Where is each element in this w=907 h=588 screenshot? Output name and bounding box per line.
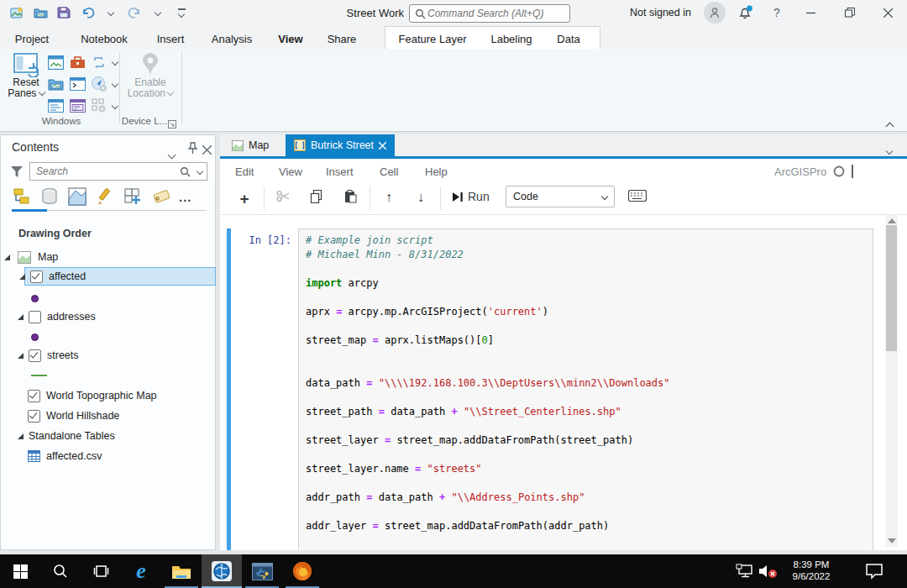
tree-row-map[interactable]: Map <box>4 249 214 265</box>
filter-icon[interactable] <box>10 165 24 181</box>
ribbon-tab-analysis[interactable]: Analysis <box>208 29 255 49</box>
tree-row-streets-symbol[interactable] <box>31 367 47 384</box>
ribbon-tab-notebook[interactable]: Notebook <box>76 29 133 49</box>
topo-visibility-checkbox[interactable] <box>28 390 40 402</box>
add-cell-button[interactable]: + <box>233 190 255 208</box>
copy-cells-button[interactable] <box>306 190 328 203</box>
minimize-button[interactable] <box>796 1 825 24</box>
close-tab-icon[interactable] <box>379 142 386 150</box>
expander-icon[interactable] <box>18 353 24 359</box>
hillshade-visibility-checkbox[interactable] <box>28 410 40 423</box>
view-snapping-icon[interactable] <box>123 187 142 206</box>
menu-cell[interactable]: Cell <box>380 165 398 178</box>
tab-list-chevron-icon[interactable] <box>887 142 892 157</box>
pin-icon[interactable] <box>187 142 198 158</box>
menu-view[interactable]: View <box>279 165 302 178</box>
scroll-down-arrow[interactable] <box>888 538 896 543</box>
command-search-box[interactable] <box>409 4 570 23</box>
close-pane-icon[interactable] <box>202 143 212 158</box>
contents-search-input[interactable] <box>34 165 180 178</box>
customize-quick-access-icon[interactable] <box>171 3 191 22</box>
ribbon-tab-data[interactable]: Data <box>553 29 584 49</box>
view-selection-icon[interactable] <box>68 187 87 206</box>
dialog-launcher-icon[interactable] <box>168 117 176 132</box>
tab-butrick-street[interactable]: Butrick Street <box>286 134 395 156</box>
expander-icon[interactable] <box>18 314 24 320</box>
command-search-input[interactable] <box>426 7 555 20</box>
expander-icon[interactable] <box>18 433 24 439</box>
save-icon[interactable] <box>54 3 74 22</box>
tab-map[interactable]: Map <box>223 134 277 156</box>
catalog-pane-icon[interactable] <box>47 76 64 92</box>
ribbon-tab-insert[interactable]: Insert <box>151 29 190 49</box>
run-button[interactable]: Run <box>452 190 490 203</box>
tree-row-standalone-tables[interactable]: Standalone Tables <box>18 428 211 444</box>
geoprocessing-toolbox-icon[interactable] <box>69 54 86 71</box>
avatar[interactable] <box>704 2 726 24</box>
keyboard-shortcuts-button[interactable] <box>625 190 650 202</box>
collapse-ribbon-icon[interactable] <box>887 118 893 133</box>
help-button[interactable]: ? <box>763 1 791 24</box>
arcgis-pro-button[interactable] <box>202 554 242 588</box>
dropdown-icon[interactable] <box>112 102 118 109</box>
ribbon-tab-labeling[interactable]: Labeling <box>488 29 535 49</box>
undo-button[interactable] <box>77 3 97 22</box>
ribbon-tab-share[interactable]: Share <box>324 29 359 49</box>
redo-dropdown-icon[interactable] <box>148 3 168 22</box>
tree-row-addresses-symbol[interactable] <box>31 328 39 345</box>
view-drawing-order-icon[interactable] <box>13 187 31 206</box>
scroll-up-arrow[interactable] <box>888 218 896 223</box>
move-cell-down-button[interactable]: ↓ <box>410 190 432 205</box>
menu-help[interactable]: Help <box>425 165 448 178</box>
expander-icon[interactable] <box>4 255 10 260</box>
streets-visibility-checkbox[interactable] <box>29 349 41 362</box>
restore-button[interactable] <box>836 1 864 24</box>
clock[interactable]: 8:39 PM 9/6/2022 <box>781 559 841 582</box>
report-view-icon[interactable] <box>69 97 86 114</box>
redo-button[interactable] <box>124 3 144 22</box>
tree-row-affected-symbol[interactable] <box>31 290 39 307</box>
cell-type-select[interactable]: Code <box>506 186 615 207</box>
taskbar-search-button[interactable] <box>40 554 81 588</box>
fields-view-icon[interactable] <box>47 97 64 114</box>
more-views-button[interactable]: ... <box>179 190 192 204</box>
dropdown-icon[interactable] <box>112 59 118 66</box>
ribbon-tab-view[interactable]: View <box>274 29 307 51</box>
search-options-icon[interactable] <box>197 168 203 175</box>
firefox-button[interactable] <box>282 554 322 588</box>
code-cell[interactable]: In [2]: # Example join script# Michael M… <box>227 228 873 550</box>
pane-menu-chevron-icon[interactable] <box>169 146 175 161</box>
addresses-visibility-checkbox[interactable] <box>29 311 41 323</box>
new-project-icon[interactable] <box>7 3 27 22</box>
scrollbar-thumb[interactable] <box>886 225 897 351</box>
close-button[interactable] <box>873 1 902 24</box>
layouts-icon[interactable] <box>91 97 107 114</box>
link-views-icon[interactable] <box>91 54 107 71</box>
menu-edit[interactable]: Edit <box>235 165 254 178</box>
python-idle-button[interactable] <box>242 554 282 588</box>
contents-pane-window-icon[interactable] <box>47 54 64 71</box>
network-tray-icon[interactable] <box>736 564 754 582</box>
task-view-button[interactable] <box>81 554 121 588</box>
vertical-scrollbar[interactable] <box>885 215 898 547</box>
ribbon-tab-project[interactable]: Project <box>8 29 55 49</box>
notifications-button[interactable] <box>737 5 754 24</box>
tasks-icon[interactable] <box>91 76 107 92</box>
python-window-icon[interactable] <box>69 76 86 92</box>
tree-row-world-hillshade[interactable]: World Hillshade <box>28 407 212 424</box>
ribbon-tab-feature-layer[interactable]: Feature Layer <box>397 29 468 49</box>
file-explorer-button[interactable] <box>161 554 202 588</box>
expander-icon[interactable] <box>19 274 25 280</box>
view-editing-icon[interactable] <box>96 187 114 206</box>
affected-visibility-checkbox[interactable] <box>30 270 43 283</box>
reset-panes-button[interactable]: ResetPanes <box>5 52 47 99</box>
move-cell-up-button[interactable]: ↑ <box>378 190 400 205</box>
enable-location-button[interactable]: EnableLocation <box>124 52 176 99</box>
volume-muted-tray-icon[interactable] <box>758 564 779 582</box>
cut-cell-button[interactable] <box>272 190 294 202</box>
code-input[interactable]: # Example join script# Michael Minn - 8/… <box>298 228 873 550</box>
tree-row-addresses[interactable]: addresses <box>18 308 211 325</box>
open-project-icon[interactable] <box>30 3 50 22</box>
menu-insert[interactable]: Insert <box>326 165 354 178</box>
view-data-source-icon[interactable] <box>40 187 59 206</box>
